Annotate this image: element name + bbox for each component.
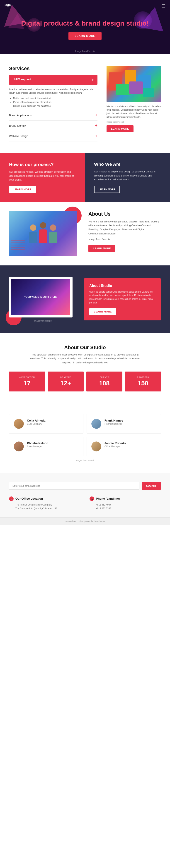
stat-years: OF YEARS 12+ xyxy=(48,372,84,392)
stat-years-label: OF YEARS xyxy=(50,376,82,378)
team-info-1: Frank Kinney Financial Director xyxy=(105,419,123,425)
team-name-2: Phoebe Nelson xyxy=(27,441,48,445)
studio-learn-more-button[interactable]: LEARN MORE xyxy=(89,308,116,315)
services-image-svg xyxy=(107,66,161,102)
team-avatar-2 xyxy=(14,441,24,452)
avatar-image-0 xyxy=(14,419,24,429)
accordion-list: Mattis nunc sed blandit libero volutpat.… xyxy=(9,96,97,108)
about-img-container xyxy=(9,211,82,256)
studio-content-title: About Studio xyxy=(89,284,155,288)
contact-office-line1: The Interior Design Studio Company xyxy=(16,503,81,507)
stat-awards: AWARDS WON 17 xyxy=(9,372,45,392)
team-card-3: Jannie Roberts Office Manager xyxy=(87,437,161,456)
studio-content: About Studio Ut elit ad dolore veniam, q… xyxy=(84,278,161,320)
studio-image: YOUR VISION IS OUR FUTURE xyxy=(9,277,73,317)
person-1 xyxy=(29,224,37,243)
person-3-head xyxy=(50,224,56,231)
contact-phone-title: Phone (Landline) xyxy=(96,497,120,500)
studio-screen: YOUR VISION IS OUR FUTURE xyxy=(11,279,70,315)
team-section: Celia Almeda CEO Company Frank Kinney Fi… xyxy=(0,403,170,473)
deco-lines-svg xyxy=(11,238,25,252)
team-role-2: Sales Manager xyxy=(27,445,48,448)
stat-clients-label: CLIENTS xyxy=(89,376,120,378)
stat-projects-value: 150 xyxy=(128,380,159,387)
about-content: About Us We're a small creative design s… xyxy=(88,211,161,252)
people-group xyxy=(29,222,57,245)
person-1-body xyxy=(29,232,37,243)
footer-text: Sqaured.net | Built to power the best th… xyxy=(65,520,105,523)
services-img-credit: Image from Freepik xyxy=(107,121,161,123)
studio-img-container: YOUR VISION IS OUR FUTURE Image from Fre… xyxy=(9,277,77,322)
hero-section: logo ☰ Digital products & brand design s… xyxy=(0,0,170,54)
about-learn-more-button[interactable]: LEARN MORE xyxy=(88,245,115,252)
services-learn-more-button[interactable]: LEARN MORE xyxy=(107,125,134,132)
team-name-1: Frank Kinney xyxy=(105,419,123,422)
services-right: Nisi lacus sed viverra tellus in. Nunc a… xyxy=(107,66,161,142)
stats-title: About Our Studio xyxy=(9,345,161,350)
email-input[interactable] xyxy=(9,482,139,490)
service-item-brand-identity[interactable]: Brand Identity + xyxy=(9,121,97,131)
team-card-2: Phoebe Nelson Sales Manager xyxy=(9,437,83,456)
contact-office-address: The Interior Design Studio Company The C… xyxy=(9,503,81,510)
svg-rect-5 xyxy=(143,88,154,97)
whoweare-col: Who We Are Our mission is simple: use de… xyxy=(85,153,170,202)
contact-office-line2: The Courtyard, Al Quoz 1, Colorado, USA xyxy=(16,507,81,510)
stat-projects-label: PROJECTS xyxy=(128,376,159,378)
accordion-title: UI/UX support xyxy=(13,78,31,81)
services-section: Services UI/UX support + Interdum velit … xyxy=(0,54,170,153)
contact-form: SUBMIT xyxy=(9,482,161,490)
stat-clients-value: 108 xyxy=(89,380,120,387)
service-item-label: Brand Identity xyxy=(9,124,26,127)
services-left: Services UI/UX support + Interdum velit … xyxy=(9,66,97,142)
team-card-0: Celia Almeda CEO Company xyxy=(9,414,83,434)
accordion-icon: + xyxy=(91,78,94,82)
person-2-body xyxy=(39,229,47,243)
team-avatar-0 xyxy=(14,419,24,429)
whoweare-learn-more-button[interactable]: LEARN MORE xyxy=(94,186,120,193)
services-right-text: Nisi lacus sed viverra tellus in. Nunc a… xyxy=(107,104,161,119)
team-role-0: CEO Company xyxy=(27,423,45,425)
avatar-image-3 xyxy=(91,441,101,452)
team-name-0: Celia Almeda xyxy=(27,419,45,422)
person-3 xyxy=(49,224,57,243)
contact-phone-numbers: +912 362 4967 +912 252 3336 xyxy=(89,503,161,510)
service-item-brand-applications[interactable]: Brand Applications + xyxy=(9,110,97,121)
accordion-list-item: Purus ut faucibus pulvinar elementum. xyxy=(13,100,97,104)
accordion-list-item: Blandit lorem cursus in hac habitasse. xyxy=(13,104,97,108)
contact-office-title: Our Office Location xyxy=(16,497,43,500)
team-card-1: Frank Kinney Financial Director xyxy=(87,414,161,434)
process-learn-more-button[interactable]: LEARN MORE xyxy=(9,186,36,193)
contact-phone-header: 📞 Phone (Landline) xyxy=(89,496,161,501)
service-item-expand-icon: + xyxy=(95,113,97,118)
studio-screen-text: YOUR VISION IS OUR FUTURE xyxy=(24,296,57,298)
logo: logo xyxy=(4,3,11,6)
contact-phone-line2: +912 252 3336 xyxy=(96,507,161,510)
hero-cta-button[interactable]: LEARN MORE xyxy=(68,32,102,40)
menu-icon[interactable]: ☰ xyxy=(161,3,166,9)
team-role-1: Financial Director xyxy=(105,423,123,425)
process-whoweare-section: How is our process? Our process is holis… xyxy=(0,153,170,202)
hero-img-credit: Image from Freepik xyxy=(75,50,95,53)
process-text: Our process is holistic. We use strategy… xyxy=(9,170,76,182)
person-3-body xyxy=(49,232,57,243)
accordion-body: Interdum velit euismod in pellentesque m… xyxy=(9,86,97,110)
service-item-expand-icon: + xyxy=(95,123,97,128)
contact-submit-button[interactable]: SUBMIT xyxy=(142,482,161,490)
stat-awards-value: 17 xyxy=(11,380,43,387)
avatar-image-1 xyxy=(91,419,101,429)
studio-content-text: Ut elit ad dolore veniam, qui blandit es… xyxy=(89,290,155,305)
hero-title: Digital products & brand design studio! xyxy=(21,19,149,28)
footer: Sqaured.net | Built to power the best th… xyxy=(0,517,170,525)
contact-office-header: 📍 Our Office Location xyxy=(9,496,81,501)
svg-rect-4 xyxy=(129,82,143,94)
team-role-3: Office Manager xyxy=(105,445,126,448)
stats-grid: AWARDS WON 17 OF YEARS 12+ CLIENTS 108 P… xyxy=(9,372,161,392)
contact-info: 📍 Our Office Location The Interior Desig… xyxy=(9,496,161,510)
team-img-credit: Images from Freepik xyxy=(9,459,161,462)
whoweare-text: Our mission is simple: use design to gui… xyxy=(94,170,161,182)
about-studio-dark-section: YOUR VISION IS OUR FUTURE Image from Fre… xyxy=(0,266,170,333)
service-item-label: Brand Applications xyxy=(9,114,31,117)
about-title: About Us xyxy=(88,211,161,217)
service-item-website-design[interactable]: Website Design + xyxy=(9,131,97,142)
accordion-main[interactable]: UI/UX support + xyxy=(9,75,97,85)
